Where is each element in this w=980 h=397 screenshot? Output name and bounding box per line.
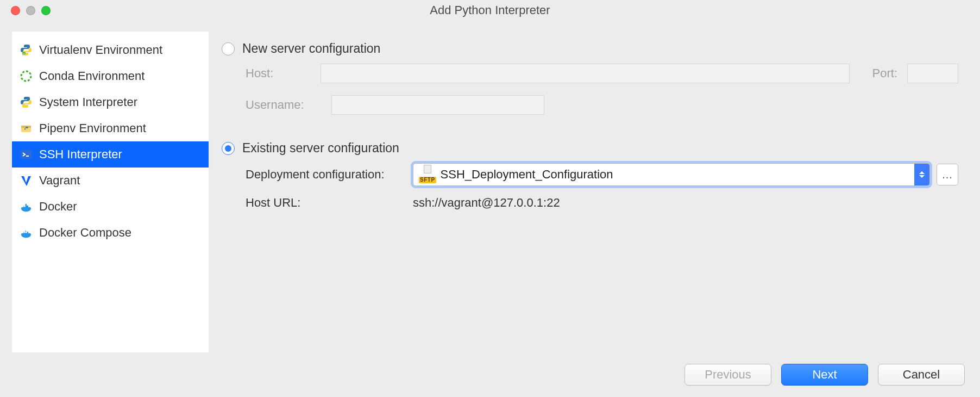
sidebar-item-docker[interactable]: Docker [12,194,209,220]
browse-button[interactable]: ... [937,164,958,185]
svg-rect-11 [24,232,26,233]
svg-rect-8 [24,206,26,207]
close-window-icon[interactable] [11,6,20,15]
existing-server-radio-row[interactable]: Existing server configuration [222,141,958,156]
button-label: Previous [705,368,751,382]
sidebar-item-docker-compose[interactable]: Docker Compose [12,220,209,246]
deployment-value-text: SSH_Deployment_Configuration [441,168,613,182]
hosturl-value: ssh://vagrant@127.0.0.1:22 [413,196,560,210]
ssh-terminal-icon [20,148,33,161]
cancel-button[interactable]: Cancel [878,364,965,386]
svg-rect-14 [26,230,27,232]
sidebar-item-pipenv[interactable]: Pipenv Environment [12,115,209,141]
sidebar-item-vagrant[interactable]: Vagrant [12,168,209,194]
hosturl-label: Host URL: [246,196,413,210]
conda-icon [20,70,33,83]
ssh-config-panel: New server configuration Host: Port: Use… [209,32,968,352]
username-row: Username: [246,95,958,115]
radio-icon[interactable] [222,42,235,55]
deployment-selected: SFTP SSH_Deployment_Configuration [419,167,914,182]
svg-rect-12 [26,232,27,233]
sidebar-item-label: Docker Compose [39,226,131,240]
python-venv-icon: V [20,44,33,57]
deployment-row: Deployment configuration: SFTP SSH_Deplo… [246,163,958,186]
sidebar-item-label: Pipenv Environment [39,121,146,135]
sidebar-item-label: System Interpreter [39,95,137,109]
deployment-label: Deployment configuration: [246,168,413,182]
titlebar: Add Python Interpreter [0,0,980,21]
host-input [321,64,850,83]
server-file-icon [424,165,431,173]
existing-server-form: Deployment configuration: SFTP SSH_Deplo… [246,163,958,210]
sidebar-item-label: Vagrant [39,173,80,188]
maximize-window-icon[interactable] [41,6,51,15]
minimize-window-icon [26,6,35,15]
sidebar-item-label: SSH Interpreter [39,147,122,162]
vagrant-icon [20,174,33,187]
button-label: Cancel [903,368,940,382]
existing-server-label: Existing server configuration [242,141,399,156]
new-server-radio-row[interactable]: New server configuration [222,41,958,56]
traffic-lights [11,6,51,15]
sidebar-item-system[interactable]: System Interpreter [12,89,209,115]
dialog-footer: Previous Next Cancel [0,352,980,397]
new-server-label: New server configuration [242,41,380,56]
docker-icon [20,200,33,213]
svg-rect-5 [21,150,32,159]
sidebar-item-ssh[interactable]: SSH Interpreter [12,141,209,168]
new-server-form: Host: Port: Username: [246,64,958,127]
button-label: Next [812,368,837,382]
host-row: Host: Port: [246,64,958,83]
svg-text:V: V [23,52,25,55]
svg-rect-7 [22,206,24,207]
svg-point-2 [21,71,31,81]
window-title: Add Python Interpreter [0,3,980,17]
port-input [907,64,958,83]
deployment-combo-wrap: SFTP SSH_Deployment_Configuration ... [413,163,958,186]
pipenv-icon [20,122,33,135]
sidebar-item-label: Virtualenv Environment [39,43,162,57]
host-label: Host: [246,66,311,80]
username-label: Username: [246,98,322,112]
hosturl-row: Host URL: ssh://vagrant@127.0.0.1:22 [246,196,958,210]
docker-compose-icon [20,226,33,239]
next-button[interactable]: Next [781,364,868,386]
sidebar-item-conda[interactable]: Conda Environment [12,63,209,89]
python-icon [20,96,33,109]
deployment-combobox[interactable]: SFTP SSH_Deployment_Configuration [413,163,930,186]
sidebar-item-label: Conda Environment [39,69,145,83]
sftp-badge-icon: SFTP [419,177,436,183]
svg-rect-13 [24,230,26,232]
sidebar-item-label: Docker [39,200,77,214]
dialog-window: Add Python Interpreter V Virtualenv Envi… [0,0,980,397]
sidebar-item-virtualenv[interactable]: V Virtualenv Environment [12,37,209,63]
dialog-body: V Virtualenv Environment Conda Environme… [0,21,980,352]
svg-rect-9 [24,204,26,206]
svg-rect-10 [22,232,24,233]
ellipsis-label: ... [942,169,953,181]
previous-button: Previous [684,364,771,386]
username-input [331,95,544,115]
updown-arrows-icon[interactable] [914,164,929,185]
radio-icon[interactable] [222,142,235,155]
port-label: Port: [872,66,897,80]
interpreter-type-sidebar: V Virtualenv Environment Conda Environme… [12,32,209,352]
